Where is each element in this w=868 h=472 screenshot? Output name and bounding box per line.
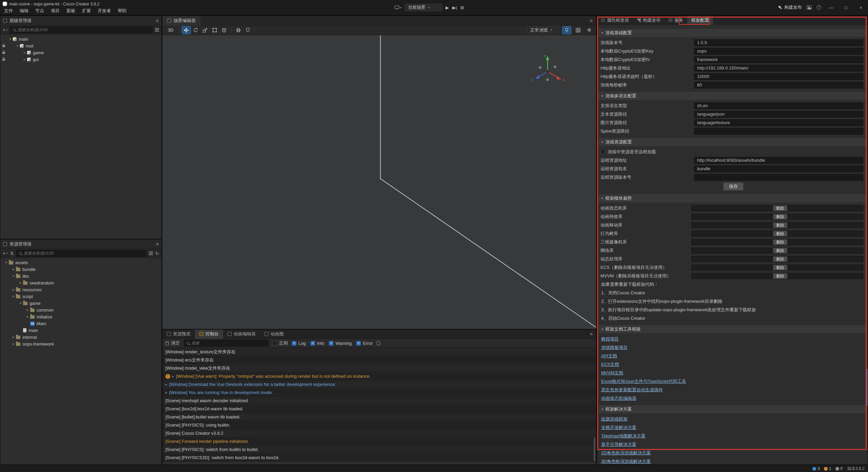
hierarchy-filter-icon[interactable] <box>155 28 159 32</box>
hierarchy-search-input[interactable] <box>18 27 150 32</box>
field-input[interactable] <box>694 128 863 135</box>
view-axis-gizmo[interactable]: X Y Z <box>529 53 566 90</box>
menu-item[interactable]: 节点 <box>32 7 47 15</box>
create-node-button[interactable]: +▾ <box>3 27 8 33</box>
projection-toggle[interactable]: 3D <box>165 27 176 33</box>
minimize-button[interactable]: — <box>826 5 836 10</box>
log-row[interactable]: [Scene] Forward render pipeline initiali… <box>162 437 596 446</box>
status-count-blue[interactable]: 3 <box>812 466 820 471</box>
doc-link[interactable]: 原生包热更新配置自动生成插件 <box>601 387 663 393</box>
solution-link[interactable]: 战旗游戏框架 <box>601 416 628 422</box>
checkbox[interactable] <box>292 341 296 346</box>
tree-node[interactable]: ▾game <box>0 300 161 307</box>
tree-node[interactable]: main <box>0 327 161 334</box>
console-search-box[interactable] <box>184 340 269 347</box>
world-local-toggle[interactable] <box>234 26 243 34</box>
status-count-orange[interactable]: 1 <box>824 466 831 471</box>
rect-tool[interactable] <box>211 26 219 34</box>
console-tab-0[interactable]: 资源预览 <box>162 330 195 339</box>
expand-arrow[interactable]: ▾ <box>18 301 23 305</box>
inspector-tab-0[interactable]: 属性检查器 <box>597 16 633 25</box>
scene-panel-menu-icon[interactable]: ≡ <box>590 18 593 23</box>
delete-button[interactable]: 删除 <box>773 248 787 253</box>
console-panel-menu-icon[interactable]: ≡ <box>590 331 593 337</box>
field-input[interactable] <box>694 102 863 109</box>
expand-arrow[interactable]: ▸ <box>172 374 174 378</box>
expand-arrow[interactable]: ▸ <box>11 342 16 346</box>
expand-arrow[interactable]: ▾ <box>11 274 16 278</box>
snap-toggle[interactable] <box>244 26 252 34</box>
log-row[interactable]: [Scene] meshopt wasm decoder initialized <box>162 397 596 405</box>
move-tool[interactable] <box>182 26 191 34</box>
expand-arrow[interactable]: ▸ <box>22 51 27 54</box>
status-count-gray[interactable]: 0 <box>835 466 843 471</box>
filter-warning[interactable]: Warning <box>329 341 352 346</box>
layout-grid-icon[interactable]: ⊞ <box>460 5 464 10</box>
field-input[interactable] <box>694 111 863 118</box>
delete-button[interactable]: 删除 <box>773 256 787 262</box>
log-row[interactable]: [Scene] Cocos Creator v3.8.2 <box>162 429 596 437</box>
tree-node[interactable]: ▸internal <box>0 334 161 340</box>
tree-node[interactable]: ▸seedrandom <box>0 279 161 286</box>
hierarchy-search-box[interactable] <box>10 26 153 33</box>
console-clear-button[interactable]: 清空 <box>165 340 180 346</box>
field-input[interactable] <box>694 119 863 126</box>
solution-link[interactable]: 全栈开发解决方案 <box>601 425 636 431</box>
tree-node[interactable]: ▸game <box>0 49 161 56</box>
rotate-tool[interactable] <box>192 26 200 34</box>
scene-editor-tab[interactable]: 场景编辑器 <box>162 16 200 25</box>
doc-link[interactable]: 游戏模板项目 <box>601 345 628 351</box>
menu-item[interactable]: 扩展 <box>79 7 94 15</box>
doc-link[interactable]: MVVM文档 <box>601 370 623 376</box>
scene-select[interactable]: 当前场景 ▾ <box>405 4 442 11</box>
expand-arrow[interactable]: ▸ <box>22 58 27 61</box>
tree-node[interactable]: TSMain <box>0 320 161 327</box>
field-input[interactable] <box>694 82 863 88</box>
section-doc-links[interactable]: ▾ 框架文档工具链接 <box>599 325 866 333</box>
menu-item[interactable]: 开发者 <box>94 7 114 15</box>
menu-item[interactable]: 编辑 <box>16 7 32 15</box>
tree-node[interactable]: ▸initialize <box>0 313 161 320</box>
console-tab-3[interactable]: 动画图 <box>260 330 288 339</box>
field-input[interactable] <box>694 165 863 172</box>
console-search-input[interactable] <box>191 341 266 346</box>
delete-button[interactable]: 删除 <box>773 205 787 211</box>
doc-link[interactable]: API文档 <box>601 353 617 359</box>
console-scrollbar[interactable] <box>594 437 595 461</box>
filter-error[interactable]: Error <box>356 341 373 346</box>
regex-toggle[interactable]: 正则 <box>273 340 288 346</box>
tree-node[interactable]: ▸bundle <box>0 266 161 273</box>
checkbox[interactable] <box>311 341 315 346</box>
log-row[interactable]: [Scene] [box2d]:box2d wasm lib loaded. <box>162 405 596 413</box>
section-module-trim[interactable]: ▾ 框架模块裁剪 <box>599 194 866 202</box>
log-row[interactable]: [Scene] [PHYSICS]: using builtin. <box>162 421 596 429</box>
save-button[interactable]: 保存 <box>723 182 744 191</box>
doc-link[interactable]: ECS文档 <box>601 361 619 368</box>
delete-button[interactable]: 删除 <box>773 239 787 245</box>
grid-toggle[interactable] <box>574 26 582 34</box>
tree-node[interactable]: ▾main <box>0 36 161 42</box>
play-button[interactable]: ▶ <box>446 5 449 10</box>
preview-device-icon[interactable]: ▾ <box>394 5 401 9</box>
filter-log[interactable]: Log <box>292 341 306 346</box>
menu-item[interactable]: 项目 <box>47 7 63 15</box>
field-input[interactable] <box>694 157 863 164</box>
tree-node[interactable]: ▾script <box>0 293 161 300</box>
field-input[interactable] <box>694 174 863 181</box>
section-resource-config[interactable]: ▾ 游戏资源配置 <box>599 138 866 146</box>
step-button[interactable]: ▶| <box>452 5 457 10</box>
field-input[interactable] <box>694 65 863 72</box>
menu-item[interactable]: 面板 <box>63 7 79 15</box>
delete-button[interactable]: 删除 <box>773 273 787 279</box>
inspector-tab-2[interactable]: 服务 <box>665 16 687 25</box>
console-tab-1[interactable]: 控制台 <box>195 330 223 339</box>
expand-arrow[interactable]: ▾ <box>4 261 9 264</box>
close-button[interactable]: × <box>856 5 866 10</box>
section-solutions[interactable]: ▾ 框架解决方案 <box>599 405 866 413</box>
expand-arrow[interactable]: ▾ <box>8 37 13 41</box>
field-input[interactable] <box>694 73 863 80</box>
tree-node[interactable]: ▸gui <box>0 56 161 63</box>
checkbox[interactable] <box>356 341 361 346</box>
scene-settings-gear-icon[interactable]: ⚙ <box>585 26 593 34</box>
tree-node[interactable]: ▸common <box>0 307 161 313</box>
